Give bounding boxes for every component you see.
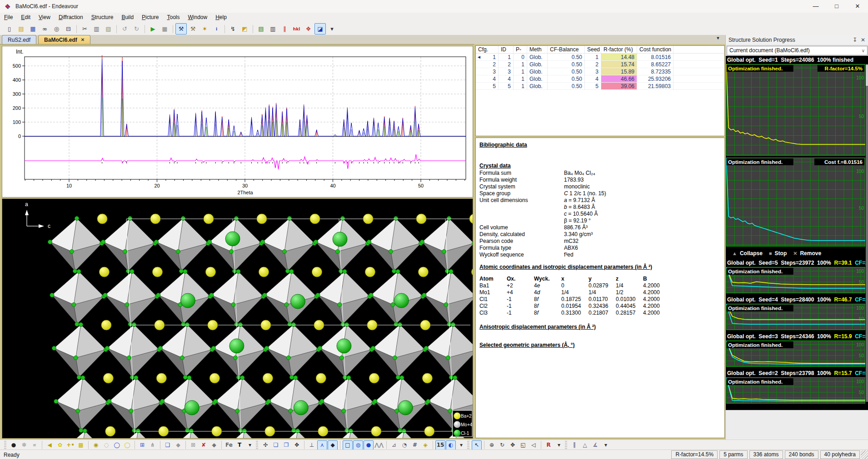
cl-atom-large[interactable]: [294, 400, 308, 415]
angle-measure-icon[interactable]: △: [580, 440, 590, 450]
find-icon[interactable]: ∞: [39, 23, 50, 35]
date-view-icon[interactable]: 15: [435, 440, 445, 450]
ball-stick-mode-icon[interactable]: ⋏: [317, 440, 327, 450]
wire-style-icon[interactable]: ⋀⋀: [374, 440, 384, 450]
close-button[interactable]: ✕: [847, 0, 868, 13]
menu-item-file[interactable]: File: [0, 13, 17, 22]
torsion-measure-icon[interactable]: ∡: [590, 440, 600, 450]
ba-atom[interactable]: [259, 267, 269, 277]
cl-atom-large[interactable]: [185, 400, 199, 415]
menu-item-picture[interactable]: Picture: [138, 13, 163, 22]
stop-button[interactable]: ■Stop: [769, 250, 787, 257]
menu-item-build[interactable]: Build: [117, 13, 138, 22]
undo-icon[interactable]: ↺: [119, 23, 130, 35]
ba-atom[interactable]: [318, 426, 328, 436]
ba-atom[interactable]: [418, 267, 428, 277]
cell-tree-icon[interactable]: ⋔: [148, 440, 158, 450]
cl-atom-large[interactable]: [333, 232, 347, 247]
grid-tool-icon[interactable]: #: [410, 440, 420, 450]
ba-atom[interactable]: [156, 373, 166, 383]
cl-atom-large[interactable]: [394, 293, 409, 308]
ba-atom[interactable]: [204, 214, 214, 224]
menu-item-window[interactable]: Window: [184, 13, 211, 22]
collapse-button[interactable]: ▲Collapse: [732, 250, 763, 257]
config-row-1[interactable]: 1◄10Glob.0.50114.488.01516: [476, 54, 724, 61]
sphere-hatch-style-icon[interactable]: ◍: [353, 440, 363, 450]
ba-atom[interactable]: [471, 267, 473, 277]
ba-atom[interactable]: [265, 426, 275, 436]
attach-atom-icon[interactable]: +•: [65, 440, 75, 450]
toolbar-grip[interactable]: [565, 441, 567, 449]
select-arrow-icon[interactable]: ↖: [472, 440, 482, 450]
ba-atom[interactable]: [371, 426, 381, 436]
print-preview-icon[interactable]: ◎: [51, 23, 62, 35]
column-header-p-[interactable]: P-: [514, 46, 527, 54]
cl-atom-large[interactable]: [337, 339, 351, 353]
info-icon[interactable]: i: [211, 23, 222, 35]
cl-atom-large[interactable]: [398, 400, 413, 415]
peak-list-icon[interactable]: ‖: [279, 23, 290, 35]
pan-view-icon[interactable]: ✥: [292, 440, 302, 450]
ba-atom[interactable]: [205, 267, 215, 277]
redo-icon[interactable]: ↻: [131, 23, 142, 35]
save-file-icon[interactable]: ▦: [27, 23, 39, 35]
cell-frame-toggle-icon[interactable]: □: [343, 440, 353, 450]
hide-atoms-icon[interactable]: ✽: [19, 440, 29, 450]
diffraction-chart-pane[interactable]: 0100200300400500Int.10203040502Theta: [2, 46, 473, 197]
ba-atom[interactable]: [310, 214, 320, 224]
configuration-table[interactable]: Cfg.IDP-MethCF-BalanceSeedR-factor (%)Co…: [475, 45, 725, 136]
config-row-3[interactable]: 331Glob.0.50315.898.72335: [476, 68, 724, 75]
bond-settings-icon[interactable]: ∝: [30, 440, 40, 450]
cube-view-icon[interactable]: ❑: [163, 440, 173, 450]
ring-blue-icon[interactable]: ◯: [112, 440, 122, 450]
sphere-solid-style-icon[interactable]: ●: [364, 440, 374, 450]
distance-measure-icon[interactable]: ‖: [569, 440, 579, 450]
diamond-dark-icon[interactable]: ◆: [209, 440, 219, 450]
resize-grip[interactable]: [861, 450, 868, 459]
new-file-icon[interactable]: ▯: [4, 23, 15, 35]
toolbar-grip[interactable]: [4, 441, 6, 449]
ba-atom[interactable]: [369, 373, 379, 383]
structure-overlay-icon[interactable]: ❖: [303, 23, 314, 35]
fit-view-icon[interactable]: ❏: [271, 440, 281, 450]
column-header-id[interactable]: ID: [499, 46, 514, 54]
cl-atom-large[interactable]: [180, 293, 195, 308]
menu-item-structure[interactable]: Structure: [87, 13, 118, 22]
ba-atom[interactable]: [99, 267, 109, 277]
report-forms-icon[interactable]: ▤: [255, 23, 267, 35]
toolbar-more-icon[interactable]: ▾: [326, 23, 338, 35]
add-atoms-icon[interactable]: ✿: [55, 440, 65, 450]
minimize-button[interactable]: —: [805, 0, 826, 13]
ba-atom[interactable]: [314, 320, 324, 330]
menu-item-help[interactable]: Help: [211, 13, 231, 22]
column-header-meth[interactable]: Meth: [527, 46, 548, 54]
cell-edit-icon[interactable]: ⊞: [137, 440, 147, 450]
ba-atom[interactable]: [363, 214, 373, 224]
center-view-icon[interactable]: ✣: [260, 440, 270, 450]
marker-tool-icon[interactable]: ◈: [420, 440, 430, 450]
menu-item-view[interactable]: View: [35, 13, 55, 22]
ba-atom[interactable]: [257, 214, 267, 224]
measure-more-icon[interactable]: ▾: [601, 440, 611, 450]
ba-atom[interactable]: [103, 373, 113, 383]
ba-atom[interactable]: [261, 320, 271, 330]
ba-atom[interactable]: [208, 320, 218, 330]
print-icon[interactable]: ⊟: [63, 23, 74, 35]
open-file-icon[interactable]: ▤: [15, 23, 27, 35]
perspective-tool-icon[interactable]: ◁: [529, 440, 539, 450]
quick-solve-icon[interactable]: ↯: [227, 23, 239, 35]
menu-item-diffraction[interactable]: Diffraction: [55, 13, 87, 22]
structure-3d-pane[interactable]: acBa+2Mo+4Cl-1: [2, 198, 473, 439]
slab-view-icon[interactable]: ⊠: [188, 440, 198, 450]
column-header-r-factor-[interactable]: R-factor (%): [601, 46, 637, 54]
config-row-2[interactable]: 221Glob.0.50215.748.65227: [476, 61, 724, 68]
polyhedra-paint-icon[interactable]: ◀: [45, 440, 55, 450]
menu-item-edit[interactable]: Edit: [17, 13, 35, 22]
ba-atom[interactable]: [159, 426, 169, 436]
polyhedra-mode-icon[interactable]: ◆: [328, 440, 338, 450]
tab-close-icon[interactable]: ✕: [81, 37, 85, 42]
config-row-4[interactable]: 441Glob.0.50446.6625.93206: [476, 75, 724, 83]
move-tool-icon[interactable]: ✥: [508, 440, 518, 450]
plane-tool-icon[interactable]: ⊿: [389, 440, 399, 450]
tab-bamocl6-edf[interactable]: BaMoCl6.edf✕: [38, 35, 90, 44]
